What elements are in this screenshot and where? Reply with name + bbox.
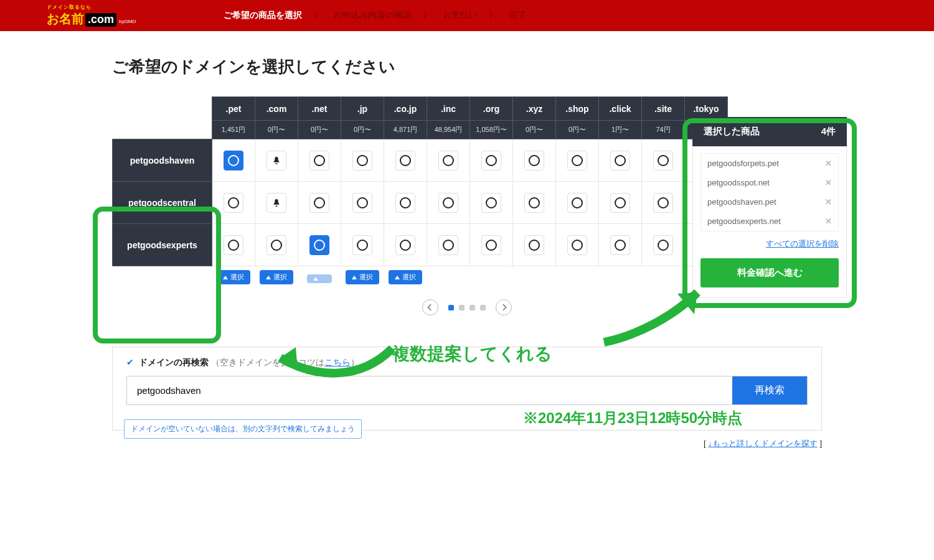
logo-kana: お名前 <box>47 11 84 27</box>
ext-header[interactable]: .pet <box>212 97 255 121</box>
availability-button[interactable] <box>352 151 372 170</box>
chevron-left-icon <box>427 304 434 311</box>
check-icon: ✔ <box>126 357 134 367</box>
availability-button[interactable] <box>309 193 329 213</box>
availability-button[interactable] <box>395 151 415 170</box>
availability-button[interactable] <box>267 235 286 255</box>
ext-header[interactable]: .xyz <box>513 97 556 121</box>
availability-button[interactable] <box>567 151 587 170</box>
ext-header[interactable]: .shop <box>556 97 599 121</box>
availability-button[interactable] <box>610 193 630 213</box>
cart-item-list[interactable]: petgoodsforpets.pet✕petgoodsspot.net✕pet… <box>700 153 839 231</box>
global-header: ドメイン取るなら お名前 .com byGMO ご希望の商品を選択 〉 お申込み… <box>0 0 934 31</box>
circle-icon <box>400 155 411 166</box>
availability-button[interactable] <box>567 235 587 255</box>
step-3: お支払い <box>443 10 478 21</box>
page-dot[interactable] <box>459 305 465 310</box>
remove-item-button[interactable]: ✕ <box>825 197 832 207</box>
availability-button[interactable] <box>524 193 544 213</box>
availability-button[interactable] <box>610 235 630 255</box>
research-input[interactable] <box>127 376 732 404</box>
circle-icon <box>658 240 669 251</box>
prev-page-button[interactable] <box>422 299 438 315</box>
ext-header[interactable]: .net <box>298 97 341 121</box>
availability-button[interactable] <box>395 193 415 213</box>
step-arrow-icon: 〉 <box>489 10 498 21</box>
ext-header[interactable]: .com <box>255 97 298 121</box>
circle-icon <box>443 155 454 166</box>
ext-price: 0円〜 <box>255 121 298 139</box>
cart-item-name: petgoodsexperts.net <box>707 217 781 226</box>
availability-button[interactable] <box>481 151 501 170</box>
site-logo[interactable]: ドメイン取るなら お名前 .com byGMO <box>47 4 136 27</box>
cart-item: petgoodsspot.net✕ <box>701 173 838 192</box>
page-dot[interactable] <box>448 305 454 310</box>
availability-button[interactable] <box>438 151 458 170</box>
annotation-timestamp: ※2024年11月23日12時50分時点 <box>523 408 742 428</box>
circle-icon <box>615 155 626 166</box>
availability-button[interactable] <box>224 193 243 213</box>
availability-button[interactable] <box>309 151 329 170</box>
availability-button[interactable] <box>352 193 372 213</box>
select-all-button[interactable] <box>307 274 332 283</box>
availability-button[interactable] <box>653 235 673 255</box>
availability-button[interactable] <box>524 235 544 255</box>
availability-button[interactable] <box>610 151 630 170</box>
remove-item-button[interactable]: ✕ <box>825 217 832 226</box>
availability-button[interactable] <box>438 235 458 255</box>
ext-price: 1,058円〜 <box>470 121 513 139</box>
circle-icon <box>529 240 540 251</box>
availability-button[interactable] <box>653 151 673 170</box>
arrow-icon <box>268 324 405 392</box>
remove-item-button[interactable]: ✕ <box>825 159 832 168</box>
availability-button[interactable] <box>524 151 544 170</box>
proceed-to-checkout-button[interactable]: 料金確認へ進む <box>700 258 839 287</box>
step-4: 完了 <box>509 10 526 21</box>
availability-button[interactable] <box>309 235 329 255</box>
ext-header[interactable]: .co.jp <box>384 97 427 121</box>
circle-icon <box>271 240 282 251</box>
circle-icon <box>572 240 583 251</box>
circle-icon <box>357 240 368 251</box>
select-all-button[interactable]: 選択 <box>346 270 379 284</box>
cart-item-name: petgoodsforpets.pet <box>707 159 779 168</box>
availability-button[interactable] <box>481 193 501 213</box>
table-row: petgoodscentral <box>113 182 728 224</box>
table-pagination <box>112 299 822 315</box>
table-row: petgoodshaven <box>113 139 728 182</box>
remove-item-button[interactable]: ✕ <box>825 178 832 187</box>
circle-icon <box>615 240 626 251</box>
page-dot[interactable] <box>469 305 475 310</box>
availability-button[interactable] <box>224 235 243 255</box>
circle-icon <box>228 155 239 166</box>
availability-button[interactable] <box>438 193 458 213</box>
availability-button[interactable] <box>224 151 243 170</box>
availability-button[interactable] <box>352 235 372 255</box>
ext-price: 1,451円 <box>212 121 255 139</box>
availability-button[interactable] <box>395 235 415 255</box>
select-all-button[interactable]: 選択 <box>389 270 422 284</box>
next-page-button[interactable] <box>496 299 512 315</box>
circle-icon <box>357 197 368 208</box>
availability-button[interactable] <box>567 193 587 213</box>
cart-panel: 選択した商品 4件 petgoodsforpets.pet✕petgoodssp… <box>692 117 847 298</box>
availability-button[interactable] <box>653 193 673 213</box>
circle-icon <box>314 155 325 166</box>
more-search-link[interactable]: ↓もっと詳しくドメインを探す <box>708 439 818 448</box>
availability-button[interactable] <box>481 235 501 255</box>
notify-button[interactable] <box>267 151 286 170</box>
clear-all-link[interactable]: すべての選択を削除 <box>766 239 839 248</box>
circle-icon <box>529 197 540 208</box>
ext-header[interactable]: .org <box>470 97 513 121</box>
circle-icon <box>486 240 497 251</box>
ext-header[interactable]: .inc <box>427 97 470 121</box>
circle-icon <box>658 155 669 166</box>
research-button[interactable]: 再検索 <box>732 376 807 404</box>
select-all-button[interactable]: 選択 <box>260 270 293 284</box>
page-dot[interactable] <box>480 305 486 310</box>
notify-button[interactable] <box>267 193 286 213</box>
ext-header[interactable]: .site <box>642 97 685 121</box>
ext-header[interactable]: .click <box>599 97 642 121</box>
ext-header[interactable]: .jp <box>341 97 384 121</box>
select-all-button[interactable]: 選択 <box>217 270 250 284</box>
